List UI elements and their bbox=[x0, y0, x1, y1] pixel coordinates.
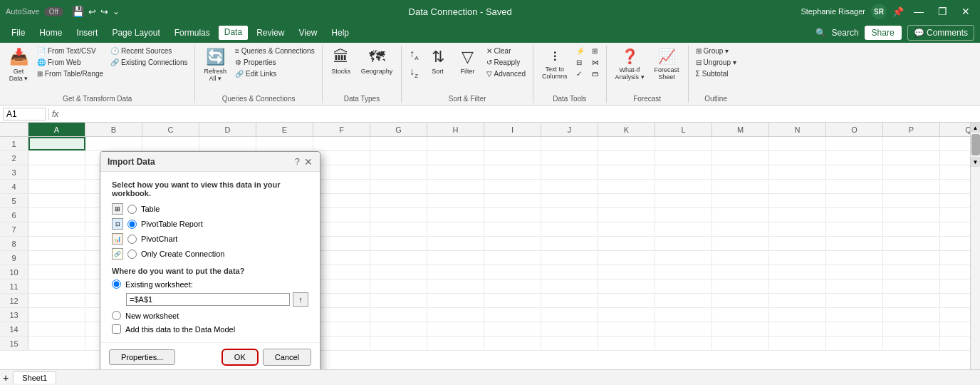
new-ws-option[interactable]: New worksheet bbox=[112, 311, 308, 320]
ribbon-display-icon[interactable]: 📌 bbox=[892, 6, 904, 17]
dialog-close-button[interactable]: ✕ bbox=[304, 156, 313, 167]
pivot-table-option[interactable]: ⊡ PivotTable Report bbox=[112, 218, 308, 230]
menu-formulas[interactable]: Formulas bbox=[169, 26, 216, 39]
sort-button[interactable]: ⇅ Sort bbox=[424, 46, 452, 77]
sort-desc-icon: ↓Z bbox=[410, 66, 418, 79]
existing-ws-input[interactable] bbox=[126, 293, 290, 306]
flash-fill-icon: ⚡ bbox=[576, 47, 585, 55]
advanced-button[interactable]: ▽ Advanced bbox=[484, 68, 528, 79]
only-connection-option[interactable]: 🔗 Only Create Connection bbox=[112, 248, 308, 260]
fx-label: fx bbox=[52, 109, 58, 119]
existing-ws-select-button[interactable]: ↑ bbox=[293, 292, 308, 307]
existing-ws-row: ↑ bbox=[112, 292, 308, 307]
data-types-items: 🏛 Stocks 🗺 Geography bbox=[327, 46, 397, 93]
pivot-table-icon: ⊡ bbox=[112, 218, 123, 230]
data-validation-button[interactable]: ✓ bbox=[573, 68, 588, 79]
get-data-button[interactable]: 📥 GetData ▾ bbox=[4, 46, 33, 84]
menu-view[interactable]: View bbox=[293, 26, 323, 39]
autosave-toggle[interactable]: Off bbox=[44, 7, 63, 16]
from-web-button[interactable]: 🌐 From Web bbox=[34, 57, 106, 68]
data-tools-label: Data Tools bbox=[538, 93, 602, 103]
group-button[interactable]: ⊞ Group ▾ bbox=[693, 46, 739, 56]
manage-model-button[interactable]: 🗃 bbox=[589, 68, 602, 79]
ok-button[interactable]: OK bbox=[221, 349, 259, 366]
forecast-sheet-button[interactable]: 📈 ForecastSheet bbox=[650, 46, 684, 83]
properties-dialog-button[interactable]: Properties... bbox=[109, 349, 175, 365]
save-icon[interactable]: 💾 bbox=[72, 6, 84, 17]
ribbon-group-data-tools: ⫶ Text toColumns ⚡ ⊟ ✓ ⊞ ⋈ bbox=[533, 46, 607, 103]
text-to-columns-button[interactable]: ⫶ Text toColumns bbox=[538, 46, 572, 82]
subtotal-button[interactable]: Σ Subtotal bbox=[693, 68, 739, 79]
search-label[interactable]: Search bbox=[832, 28, 859, 38]
user-avatar[interactable]: SR bbox=[871, 4, 887, 19]
forecast-items: ❓ What-IfAnalysis ▾ 📈 ForecastSheet bbox=[611, 46, 684, 93]
share-button[interactable]: Share bbox=[865, 26, 902, 40]
table-radio[interactable] bbox=[127, 205, 137, 214]
sort-asc-button[interactable]: ↑A bbox=[406, 46, 422, 63]
formula-input[interactable] bbox=[61, 108, 977, 120]
new-sheet-button[interactable]: + bbox=[3, 372, 9, 384]
comments-button[interactable]: 💬 Comments bbox=[907, 25, 974, 41]
table-icon: ⊞ bbox=[112, 203, 123, 215]
add-to-model-label: Add this data to the Data Model bbox=[125, 325, 235, 334]
what-if-button[interactable]: ❓ What-IfAnalysis ▾ bbox=[611, 46, 649, 83]
table-option[interactable]: ⊞ Table bbox=[112, 203, 308, 215]
ungroup-button[interactable]: ⊟ Ungroup ▾ bbox=[693, 57, 739, 68]
menu-page-layout[interactable]: Page Layout bbox=[106, 26, 165, 39]
sheet-tab-sheet1[interactable]: Sheet1 bbox=[13, 371, 56, 384]
existing-ws-label: Existing worksheet: bbox=[125, 280, 193, 289]
data-tools-col2: ⚡ ⊟ ✓ bbox=[573, 46, 588, 79]
existing-ws-option[interactable]: Existing worksheet: bbox=[112, 279, 308, 289]
reapply-button[interactable]: ↺ Reapply bbox=[484, 57, 528, 68]
clear-button[interactable]: ✕ Clear bbox=[484, 46, 528, 56]
pivot-chart-radio[interactable] bbox=[127, 235, 137, 244]
remove-dups-button[interactable]: ⊟ bbox=[573, 57, 588, 68]
pivot-chart-option[interactable]: 📊 PivotChart bbox=[112, 233, 308, 245]
menu-help[interactable]: Help bbox=[325, 26, 355, 39]
dialog-title-bar: Import Data ? ✕ bbox=[100, 152, 320, 172]
ribbon-group-forecast: ❓ What-IfAnalysis ▾ 📈 ForecastSheet Fore… bbox=[607, 46, 689, 103]
filter-button[interactable]: ▽ Filter bbox=[454, 46, 482, 77]
close-btn[interactable]: ✕ bbox=[957, 4, 974, 19]
from-table-icon: ⊞ bbox=[37, 70, 43, 78]
properties-button[interactable]: ⚙ Properties bbox=[232, 57, 318, 68]
minimize-btn[interactable]: — bbox=[909, 4, 928, 19]
customize-icon[interactable]: ⌄ bbox=[113, 6, 120, 16]
import-data-dialog: Import Data ? ✕ Select how you want to v… bbox=[100, 151, 320, 369]
queries-connections-button[interactable]: ≡ Queries & Connections bbox=[232, 46, 318, 56]
new-ws-radio[interactable] bbox=[112, 311, 121, 320]
edit-links-button[interactable]: 🔗 Edit Links bbox=[232, 68, 318, 79]
menu-insert[interactable]: Insert bbox=[71, 26, 103, 39]
new-ws-label: New worksheet bbox=[125, 312, 179, 320]
add-to-model-row[interactable]: Add this data to the Data Model bbox=[112, 324, 308, 334]
menu-home[interactable]: Home bbox=[33, 26, 68, 39]
cancel-button[interactable]: Cancel bbox=[263, 349, 311, 366]
from-table-button[interactable]: ⊞ From Table/Range bbox=[34, 68, 106, 79]
from-text-csv-button[interactable]: 📄 From Text/CSV bbox=[34, 46, 106, 56]
forecast-label: Forecast bbox=[611, 93, 684, 103]
remove-dups-icon: ⊟ bbox=[576, 58, 582, 66]
only-connection-radio[interactable] bbox=[127, 250, 137, 259]
flash-fill-button[interactable]: ⚡ bbox=[573, 46, 588, 56]
title-bar: AutoSave Off 💾 ↩ ↪ ⌄ Data Connection - S… bbox=[0, 0, 980, 23]
menu-file[interactable]: File bbox=[6, 26, 31, 39]
maximize-btn[interactable]: ❐ bbox=[934, 4, 952, 19]
geography-button[interactable]: 🗺 Geography bbox=[357, 46, 397, 77]
existing-connections-button[interactable]: 🔗 Existing Connections bbox=[108, 57, 190, 68]
add-to-model-checkbox[interactable] bbox=[112, 324, 121, 334]
sort-desc-button[interactable]: ↓Z bbox=[406, 63, 422, 81]
undo-icon[interactable]: ↩ bbox=[88, 6, 96, 17]
redo-icon[interactable]: ↪ bbox=[100, 6, 108, 17]
relationships-button[interactable]: ⋈ bbox=[589, 57, 602, 68]
pivot-table-radio[interactable] bbox=[127, 220, 137, 229]
from-web-icon: 🌐 bbox=[37, 58, 46, 66]
dialog-help-button[interactable]: ? bbox=[295, 156, 300, 167]
refresh-all-button[interactable]: 🔄 RefreshAll ▾ bbox=[199, 46, 231, 84]
consolidate-button[interactable]: ⊞ bbox=[589, 46, 602, 56]
menu-data[interactable]: Data bbox=[219, 26, 248, 40]
stocks-button[interactable]: 🏛 Stocks bbox=[327, 46, 355, 77]
existing-ws-radio[interactable] bbox=[112, 279, 121, 289]
menu-review[interactable]: Review bbox=[251, 26, 290, 39]
cell-reference-input[interactable] bbox=[3, 108, 46, 120]
recent-sources-button[interactable]: 🕐 Recent Sources bbox=[108, 46, 190, 56]
